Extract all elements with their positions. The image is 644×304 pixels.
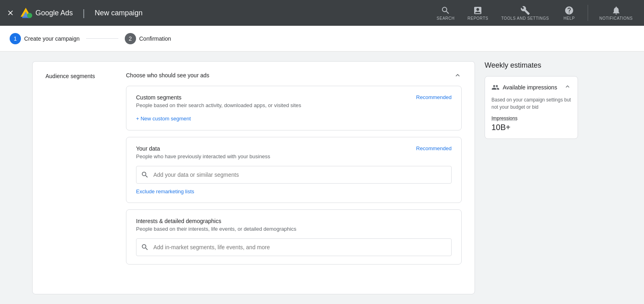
impressions-value: 10B+ (491, 123, 571, 132)
your-data-card: Your data Recommended People who have pr… (126, 137, 462, 203)
search-icon (141, 171, 149, 179)
people-icon (491, 83, 500, 91)
custom-segments-description: People based on their search activity, d… (136, 102, 452, 108)
section-header: Audience segments Choose who should see … (33, 62, 475, 79)
breadcrumb: 1 Create your campaign 2 Confirmation (0, 26, 644, 52)
right-sidebar: Weekly estimates Available impressions B… (475, 61, 588, 294)
exclude-remarketing-link[interactable]: Exclude remarketing lists (136, 188, 452, 194)
help-nav-label: HELP (564, 16, 575, 21)
your-data-badge: Recommended (416, 145, 452, 151)
search-nav-item[interactable]: SEARCH (432, 4, 460, 22)
collapse-button[interactable] (454, 71, 462, 79)
step-1-label: Create your campaign (24, 35, 80, 42)
nav-icons: SEARCH REPORTS TOOLS AND SETTINGS HELP (432, 4, 638, 22)
interests-card: Interests & detailed demographics People… (126, 209, 462, 265)
help-nav-item[interactable]: HELP (557, 4, 581, 22)
section-label: Audience segments (45, 71, 126, 79)
impressions-label: Impressions (491, 116, 571, 121)
your-data-description: People who have previously interacted wi… (136, 153, 452, 159)
custom-segments-card: Custom segments Recommended People based… (126, 86, 462, 130)
reports-nav-item[interactable]: REPORTS (463, 4, 493, 22)
page-title: New campaign (95, 9, 142, 17)
weekly-estimates-title: Weekly estimates (485, 61, 578, 70)
interests-search-container (136, 238, 452, 256)
estimates-description: Based on your campaign settings but not … (491, 96, 571, 111)
estimates-collapse-button[interactable] (564, 83, 571, 91)
step-connector (86, 38, 118, 39)
top-navigation: Google Ads | New campaign SEARCH REPORTS… (0, 0, 644, 26)
nav-separator (588, 5, 588, 21)
available-impressions-title: Available impressions (503, 84, 557, 91)
cards-container: Custom segments Recommended People based… (113, 79, 475, 274)
left-spacer (0, 61, 32, 294)
google-ads-logo: Google Ads (19, 6, 73, 19)
tools-nav-label: TOOLS AND SETTINGS (501, 16, 549, 21)
reports-nav-label: REPORTS (468, 16, 489, 21)
step-1: 1 Create your campaign (10, 33, 80, 44)
your-data-title: Your data (136, 145, 160, 152)
step-2: 2 Confirmation (125, 33, 171, 44)
estimates-header: Available impressions (491, 83, 571, 91)
logo-icon (19, 6, 32, 19)
estimates-card: Available impressions Based on your camp… (485, 76, 578, 139)
your-data-search-input[interactable] (136, 166, 452, 184)
main-layout: Audience segments Choose who should see … (0, 52, 644, 304)
tools-nav-item[interactable]: TOOLS AND SETTINGS (496, 4, 554, 22)
step-2-circle: 2 (125, 33, 136, 44)
nav-divider: | (83, 7, 85, 19)
interests-title: Interests & detailed demographics (136, 218, 221, 224)
search-nav-label: SEARCH (437, 16, 455, 21)
custom-segments-badge: Recommended (416, 94, 452, 100)
interests-search-input[interactable] (136, 238, 452, 256)
your-data-search-container (136, 166, 452, 184)
interests-search-icon (141, 243, 149, 251)
close-button[interactable] (6, 9, 14, 17)
section-content: Choose who should see your ads (126, 71, 462, 79)
custom-segments-title: Custom segments (136, 94, 182, 101)
step-1-circle: 1 (10, 33, 21, 44)
interests-description: People based on their interests, life ev… (136, 226, 452, 232)
notifications-nav-label: NOTIFICATIONS (599, 16, 633, 21)
section-title: Choose who should see your ads (126, 72, 209, 79)
new-custom-segment-link[interactable]: + New custom segment (136, 116, 191, 122)
app-name: Google Ads (35, 9, 73, 17)
step-2-label: Confirmation (139, 35, 171, 42)
notifications-nav-item[interactable]: NOTIFICATIONS (594, 4, 638, 22)
content-area: Audience segments Choose who should see … (32, 61, 475, 294)
svg-point-2 (27, 13, 32, 18)
